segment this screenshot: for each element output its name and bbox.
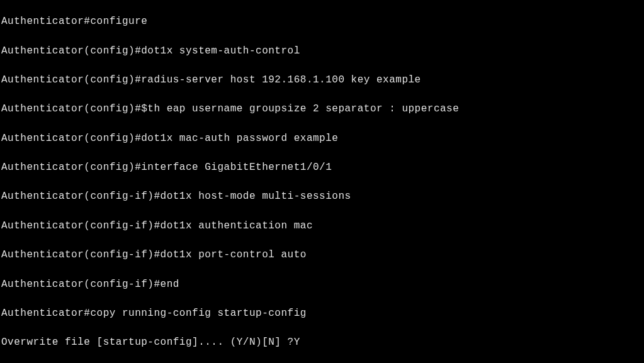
cli-line: Authenticator(config)#$th eap username g…: [1, 102, 643, 116]
cli-line: Authenticator(config)#radius-server host…: [1, 73, 643, 87]
cli-line: Authenticator(config-if)#end: [1, 277, 643, 292]
terminal-output: Authenticator#configure Authenticator(co…: [0, 0, 644, 363]
cli-line: Authenticator#copy running-config startu…: [1, 306, 643, 321]
cli-line: Authenticator(config-if)#dot1x authentic…: [1, 219, 643, 233]
cli-line: Authenticator(config)#dot1x system-auth-…: [1, 44, 643, 59]
cli-line: Overwrite file [startup-config].... (Y/N…: [1, 335, 643, 350]
cli-line: Authenticator#configure: [1, 14, 643, 29]
cli-line: Authenticator(config)#dot1x mac-auth pas…: [1, 131, 643, 146]
cli-line: Authenticator(config-if)#dot1x host-mode…: [1, 189, 643, 204]
cli-line: Authenticator(config-if)#dot1x port-cont…: [1, 248, 643, 262]
cli-line: Authenticator(config)#interface GigabitE…: [1, 160, 643, 175]
